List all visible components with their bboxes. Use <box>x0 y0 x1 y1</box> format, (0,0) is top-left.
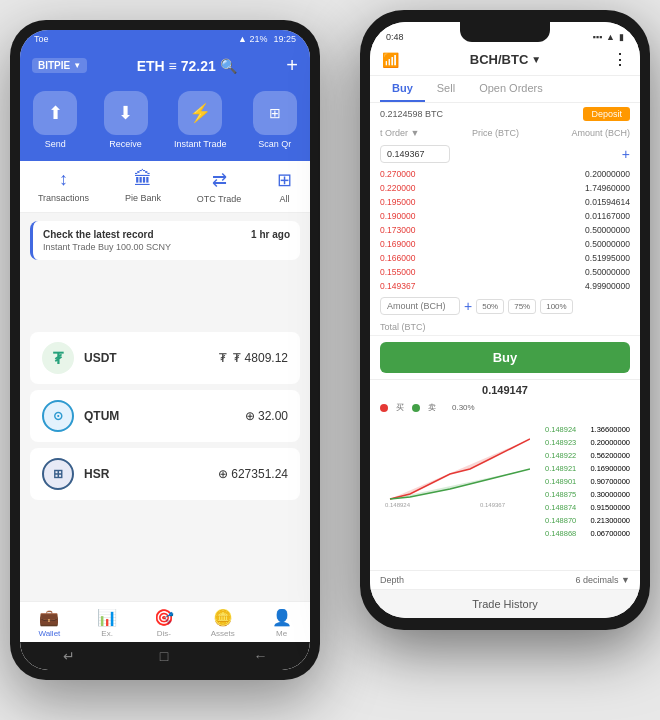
ob-sell-row-9: 0.149367 4.99900000 <box>380 279 630 293</box>
price-input-field[interactable] <box>380 145 450 163</box>
nav-ex[interactable]: 📊 Ex. <box>97 608 117 638</box>
trade-history-button[interactable]: Trade History <box>370 589 640 618</box>
dis-icon: 🎯 <box>154 608 174 627</box>
deposit-button[interactable]: Deposit <box>583 107 630 121</box>
sell-amount-1: 0.20000000 <box>585 169 630 179</box>
receive-button[interactable]: ⬇ Receive <box>104 91 148 149</box>
buy-row-8: 0.148870 0.21300000 <box>545 514 630 527</box>
home-gesture-icon[interactable]: □ <box>160 648 168 664</box>
instant-trade-label: Instant Trade <box>174 139 227 149</box>
tab-sell[interactable]: Sell <box>425 76 467 102</box>
me-label: Me <box>276 629 287 638</box>
android-phone: Toe ▲ 21% 19:25 BITPIE ▼ ETH ≡ 72.21 🔍 + <box>10 20 320 680</box>
depth-chart-svg: 0.148924 0.149367 <box>380 419 530 509</box>
amount-input-field[interactable] <box>380 297 460 315</box>
otc-trade-icon: ⇄ <box>212 169 227 191</box>
nav-dis[interactable]: 🎯 Dis- <box>154 608 174 638</box>
trading-pair-title[interactable]: BCH/BTC ▼ <box>470 52 541 67</box>
sell-price-1: 0.270000 <box>380 169 415 179</box>
chart-area: 0.148924 0.149367 0.148924 1.36600000 0.… <box>370 415 640 570</box>
eth-balance: ETH ≡ 72.21 🔍 <box>137 58 237 74</box>
nav-wallet[interactable]: 💼 Wallet <box>38 608 60 638</box>
nav-me[interactable]: 👤 Me <box>272 608 292 638</box>
me-icon: 👤 <box>272 608 292 627</box>
android-gesture-bar: ↵ □ ← <box>20 642 310 670</box>
tab-open-orders[interactable]: Open Orders <box>467 76 555 102</box>
ob-sell-row-4: 0.190000 0.01167000 <box>380 209 630 223</box>
buy-row-3: 0.148922 0.56200000 <box>545 449 630 462</box>
usdt-name: USDT <box>84 351 117 365</box>
android-screen: Toe ▲ 21% 19:25 BITPIE ▼ ETH ≡ 72.21 🔍 + <box>20 30 310 670</box>
ob-sell-row-6: 0.169000 0.50000000 <box>380 237 630 251</box>
pct-50-button[interactable]: 50% <box>476 299 504 314</box>
pie-bank-icon: 🏛 <box>134 169 152 190</box>
legend-percent: 0.30% <box>452 403 475 412</box>
depth-label: Depth <box>380 575 404 585</box>
price-add-icon[interactable]: + <box>622 146 630 162</box>
chart-bars-icon[interactable]: 📶 <box>382 52 399 68</box>
depth-chart: 0.148924 0.149367 <box>380 419 537 566</box>
hsr-name: HSR <box>84 467 109 481</box>
receive-label: Receive <box>109 139 142 149</box>
tab-buy[interactable]: Buy <box>380 76 425 102</box>
all-nav[interactable]: ⊞ All <box>277 169 292 204</box>
tab-buy-label: Buy <box>392 82 413 94</box>
svg-text:0.149367: 0.149367 <box>480 502 506 508</box>
pair-chevron-icon: ▼ <box>531 54 541 65</box>
sell-price-3: 0.195000 <box>380 197 415 207</box>
scan-qr-button[interactable]: ⊞ Scan Qr <box>253 91 297 149</box>
amount-add-icon[interactable]: + <box>464 298 472 314</box>
sell-price-8: 0.155000 <box>380 267 415 277</box>
sell-amount-6: 0.50000000 <box>585 239 630 249</box>
buy-row-6: 0.148875 0.30000000 <box>545 488 630 501</box>
send-icon: ⬆ <box>33 91 77 135</box>
available-balance: 0.2124598 BTC <box>380 109 443 119</box>
buy-row-2: 0.148923 0.20000000 <box>545 436 630 449</box>
sell-price-7: 0.166000 <box>380 253 415 263</box>
order-headers: t Order ▼ Price (BTC) Amount (BCH) <box>370 125 640 141</box>
buy-row-9: 0.148868 0.06700000 <box>545 527 630 540</box>
eth-value: 72.21 <box>181 58 216 74</box>
instant-trade-button[interactable]: ⚡ Instant Trade <box>174 91 227 149</box>
more-icon[interactable]: ⋮ <box>612 50 628 69</box>
qtum-balance: ⊕ 32.00 <box>245 409 288 423</box>
ob-sell-row-3: 0.195000 0.01594614 <box>380 195 630 209</box>
token-hsr-left: ⊞ HSR <box>42 458 109 490</box>
mid-price: 0.149147 <box>370 379 640 400</box>
send-button[interactable]: ⬆ Send <box>33 91 77 149</box>
transactions-nav[interactable]: ↕ Transactions <box>38 169 89 204</box>
action-buttons-row: ⬆ Send ⬇ Receive ⚡ Instant Trade ⊞ Scan … <box>20 87 310 161</box>
decimals-chevron-icon[interactable]: ▼ <box>621 575 630 585</box>
scan-qr-label: Scan Qr <box>258 139 291 149</box>
sell-amount-8: 0.50000000 <box>585 267 630 277</box>
notification-title: Check the latest record <box>43 229 154 240</box>
add-icon[interactable]: + <box>286 54 298 77</box>
token-usdt[interactable]: ₮ USDT ₮ ₮ 4809.12 <box>30 332 300 384</box>
recents-gesture-icon[interactable]: ← <box>253 648 267 664</box>
brand-chevron-icon: ▼ <box>73 61 81 70</box>
carrier-text: Toe <box>34 34 49 44</box>
buy-btn-area: Buy <box>370 336 640 379</box>
back-gesture-icon[interactable]: ↵ <box>63 648 75 664</box>
sell-price-2: 0.220000 <box>380 183 415 193</box>
secondary-nav: ↕ Transactions 🏛 Pie Bank ⇄ OTC Trade ⊞ … <box>20 161 310 213</box>
buy-button[interactable]: Buy <box>380 342 630 373</box>
ob-sell-row-7: 0.166000 0.51995000 <box>380 251 630 265</box>
iphone-time: 0:48 <box>386 32 404 42</box>
order-type-label: t Order ▼ <box>380 128 419 138</box>
search-icon[interactable]: 🔍 <box>220 58 237 74</box>
token-hsr[interactable]: ⊞ HSR ⊕ 627351.24 <box>30 448 300 500</box>
pie-bank-nav[interactable]: 🏛 Pie Bank <box>125 169 161 204</box>
sell-amount-2: 1.74960000 <box>585 183 630 193</box>
pct-100-button[interactable]: 100% <box>540 299 572 314</box>
token-list: ₮ USDT ₮ ₮ 4809.12 ⊙ QTUM ⊕ 32.00 ⊞ HSR <box>20 328 310 601</box>
depth-footer: Depth 6 decimals ▼ <box>370 570 640 589</box>
otc-trade-nav[interactable]: ⇄ OTC Trade <box>197 169 242 204</box>
sell-price-6: 0.169000 <box>380 239 415 249</box>
hsr-balance: ⊕ 627351.24 <box>218 467 288 481</box>
pct-75-button[interactable]: 75% <box>508 299 536 314</box>
nav-assets[interactable]: 🪙 Assets <box>211 608 235 638</box>
usdt-balance-value: ₮ 4809.12 <box>233 351 288 365</box>
token-qtum[interactable]: ⊙ QTUM ⊕ 32.00 <box>30 390 300 442</box>
bitpie-logo[interactable]: BITPIE ▼ <box>32 58 87 73</box>
